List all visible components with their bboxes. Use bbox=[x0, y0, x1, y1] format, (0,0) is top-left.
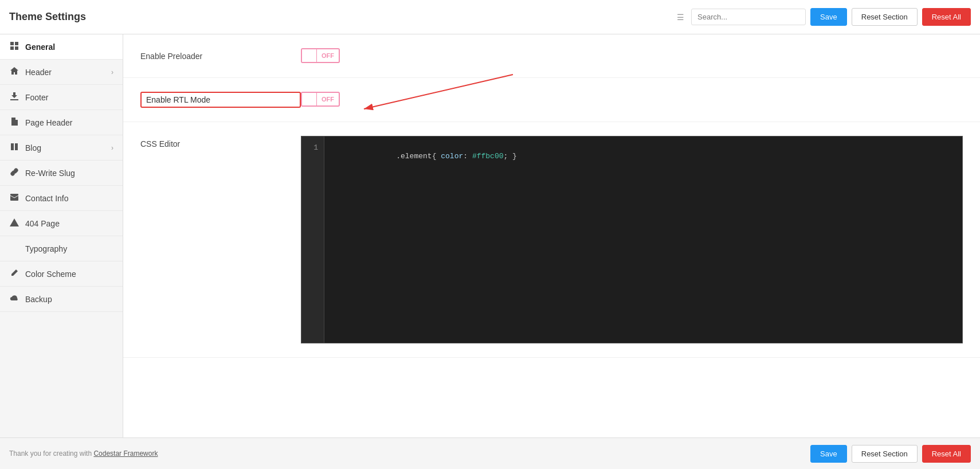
toggle-knob bbox=[302, 49, 317, 62]
footer-link[interactable]: Codestar Framework bbox=[93, 450, 158, 458]
sidebar-label-backup: Backup bbox=[25, 295, 52, 304]
chevron-right-icon: › bbox=[111, 144, 113, 152]
rtl-toggle[interactable]: OFF bbox=[301, 92, 340, 107]
preloader-label: Enable Preloader bbox=[140, 48, 301, 61]
toggle-off-label: OFF bbox=[317, 51, 339, 60]
sidebar-item-blog[interactable]: Blog › bbox=[0, 135, 123, 161]
home-icon bbox=[9, 67, 19, 77]
bottom-save-button[interactable]: Save bbox=[810, 445, 847, 463]
bottom-bar: Thank you for creating with Codestar Fra… bbox=[0, 437, 980, 469]
toggle-off-label-rtl: OFF bbox=[317, 95, 339, 104]
code-semicolon: ; } bbox=[503, 152, 516, 161]
svg-rect-3 bbox=[15, 46, 18, 50]
toggle-knob-rtl bbox=[302, 93, 317, 105]
top-bar-actions: ☰ Save Reset Section Reset All bbox=[677, 8, 971, 26]
bottom-bar-actions: Save Reset Section Reset All bbox=[810, 445, 971, 463]
code-brace-open: { bbox=[432, 152, 441, 161]
sidebar-item-rewrite-slug[interactable]: Re-Write Slug bbox=[0, 161, 123, 186]
svg-rect-0 bbox=[10, 42, 14, 45]
sidebar-item-typography[interactable]: Typography bbox=[0, 236, 123, 261]
css-editor-inner: 1 .element{ color: #ffbc00; } bbox=[301, 136, 962, 343]
rtl-control: OFF bbox=[301, 92, 963, 107]
code-content[interactable]: .element{ color: #ffbc00; } bbox=[324, 136, 962, 343]
code-hex-value: #ffbc00 bbox=[472, 152, 504, 161]
contact-icon bbox=[9, 193, 19, 204]
svg-rect-2 bbox=[10, 46, 14, 50]
chevron-right-icon: › bbox=[111, 68, 113, 76]
main-layout: General Header › Footer Page Header bbox=[0, 34, 980, 437]
preloader-control: OFF bbox=[301, 48, 963, 64]
sidebar-label-general: General bbox=[25, 42, 55, 52]
type-icon bbox=[9, 243, 19, 254]
footer-text: Thank you for creating with Codestar Fra… bbox=[9, 450, 158, 458]
sidebar-item-backup[interactable]: Backup bbox=[0, 287, 123, 312]
sidebar-label-footer: Footer bbox=[25, 93, 48, 102]
css-editor-control: 1 .element{ color: #ffbc00; } bbox=[301, 136, 963, 343]
code-property: color bbox=[441, 152, 463, 161]
footer-text-label: Thank you for creating with bbox=[9, 450, 92, 458]
file-icon bbox=[9, 117, 19, 128]
content-area: Enable Preloader OFF Enable RTL Mode OFF bbox=[123, 34, 980, 437]
sidebar-label-404-page: 404 Page bbox=[25, 219, 60, 228]
sidebar-label-blog: Blog bbox=[25, 143, 41, 153]
download-icon bbox=[9, 92, 19, 103]
sidebar-item-page-header[interactable]: Page Header bbox=[0, 110, 123, 135]
sidebar: General Header › Footer Page Header bbox=[0, 34, 123, 437]
line-numbers: 1 bbox=[301, 136, 324, 343]
search-icon: ☰ bbox=[677, 13, 684, 22]
link-icon bbox=[9, 167, 19, 178]
line-number-1: 1 bbox=[313, 143, 318, 152]
sidebar-item-color-scheme[interactable]: Color Scheme bbox=[0, 261, 123, 287]
sidebar-label-typography: Typography bbox=[25, 244, 67, 253]
rtl-setting-row: Enable RTL Mode OFF bbox=[123, 78, 980, 122]
pen-icon bbox=[9, 268, 19, 279]
sidebar-item-contact-info[interactable]: Contact Info bbox=[0, 186, 123, 211]
rtl-label: Enable RTL Mode bbox=[140, 92, 301, 108]
grid-icon bbox=[9, 41, 19, 52]
sidebar-label-rewrite-slug: Re-Write Slug bbox=[25, 169, 75, 178]
preloader-toggle[interactable]: OFF bbox=[301, 48, 340, 63]
css-editor[interactable]: 1 .element{ color: #ffbc00; } bbox=[301, 136, 963, 343]
cloud-download-icon bbox=[9, 294, 19, 304]
top-save-button[interactable]: Save bbox=[810, 8, 847, 26]
sidebar-label-color-scheme: Color Scheme bbox=[25, 269, 76, 279]
sidebar-item-header[interactable]: Header › bbox=[0, 60, 123, 85]
top-bar: Theme Settings ☰ Save Reset Section Rese… bbox=[0, 0, 980, 34]
warning-icon bbox=[9, 218, 19, 229]
preloader-setting-row: Enable Preloader OFF bbox=[123, 34, 980, 78]
css-editor-label: CSS Editor bbox=[140, 136, 301, 148]
bottom-reset-all-button[interactable]: Reset All bbox=[922, 445, 971, 463]
page-title: Theme Settings bbox=[9, 11, 86, 23]
bottom-reset-section-button[interactable]: Reset Section bbox=[852, 445, 918, 463]
sidebar-label-contact-info: Contact Info bbox=[25, 194, 69, 203]
svg-line-6 bbox=[364, 75, 513, 109]
search-input[interactable] bbox=[691, 9, 806, 25]
book-icon bbox=[9, 142, 19, 153]
top-reset-all-button[interactable]: Reset All bbox=[922, 8, 971, 26]
css-editor-setting-row: CSS Editor 1 .element{ color: #ffbc00; } bbox=[123, 122, 980, 358]
sidebar-item-404-page[interactable]: 404 Page bbox=[0, 211, 123, 236]
code-selector: .element bbox=[396, 152, 432, 161]
sidebar-item-footer[interactable]: Footer bbox=[0, 85, 123, 110]
sidebar-label-header: Header bbox=[25, 68, 52, 77]
top-reset-section-button[interactable]: Reset Section bbox=[852, 8, 918, 26]
svg-rect-1 bbox=[15, 42, 18, 45]
svg-rect-4 bbox=[10, 194, 18, 201]
sidebar-label-page-header: Page Header bbox=[25, 118, 73, 127]
sidebar-item-general[interactable]: General bbox=[0, 34, 123, 60]
code-colon: : bbox=[463, 152, 472, 161]
